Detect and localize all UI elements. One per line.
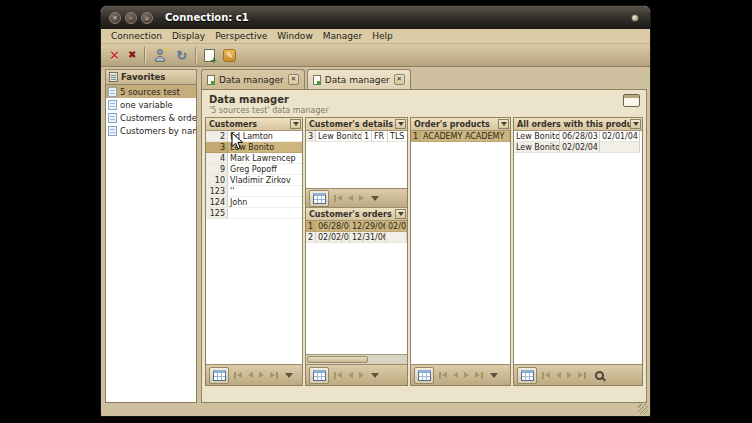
toolbar-overflow-button[interactable]	[285, 373, 293, 378]
record-navbar	[411, 364, 510, 385]
cell: 02/02/04	[560, 142, 600, 153]
next-record-button[interactable]	[463, 371, 470, 379]
horizontal-scrollbar[interactable]	[306, 354, 407, 364]
search-icon[interactable]	[595, 371, 604, 380]
sidebar-item-one-variable[interactable]: one variable	[106, 98, 196, 111]
first-record-button[interactable]	[541, 371, 551, 380]
table-row-selected[interactable]: 1 ACADEMY ACADEMY	[411, 131, 510, 142]
prev-record-button[interactable]	[347, 371, 354, 379]
sidebar-item-label: 5 sources test	[120, 87, 180, 97]
cell: Lew Bonito	[316, 131, 362, 142]
table-view-button[interactable]	[209, 367, 229, 384]
panels-area: Customers 2 Ed Lamton 3 Lew Bonito 4 Mar…	[205, 117, 643, 386]
titlebar[interactable]: ✕ − ▫ Connection: c1	[101, 6, 650, 29]
table-row-selected[interactable]: 3 Lew Bonito	[206, 142, 302, 153]
table-view-button[interactable]	[309, 190, 329, 207]
cell-id: 123	[206, 186, 228, 197]
cell-id: 125	[206, 208, 228, 219]
window-close-button[interactable]: ✕	[109, 12, 121, 24]
source-icon	[108, 126, 117, 136]
window-menu-icon[interactable]	[631, 14, 639, 22]
sidebar-item-5-sources-test[interactable]: 5 sources test	[106, 85, 196, 98]
resize-grip[interactable]	[638, 404, 648, 414]
panel-all-orders: All orders with this product Lew Bonito …	[513, 117, 643, 386]
tab-data-manager-1[interactable]: Data manager ✕	[201, 69, 305, 89]
prev-record-button[interactable]	[452, 371, 459, 379]
first-record-button[interactable]	[333, 371, 343, 380]
toolbar-overflow-button[interactable]	[371, 196, 379, 201]
column-menu-button[interactable]	[395, 209, 406, 219]
cell: Lew Bonito	[514, 142, 560, 153]
table-row[interactable]: Lew Bonito 02/02/04	[514, 142, 642, 153]
table-row[interactable]: 9 Greg Popoff	[206, 164, 302, 175]
tab-close-icon[interactable]: ✕	[394, 74, 405, 85]
table-view-button[interactable]	[517, 367, 537, 384]
table-row[interactable]: 2 Ed Lamton	[206, 131, 302, 142]
next-record-button[interactable]	[566, 371, 573, 379]
last-record-button[interactable]	[269, 371, 279, 380]
next-record-button[interactable]	[358, 371, 365, 379]
cell: ACADEMY ACADEMY	[421, 131, 510, 142]
toolbar-overflow-button[interactable]	[371, 373, 379, 378]
cell: 1	[306, 221, 316, 232]
panel-header: Customers	[206, 118, 302, 131]
table-row[interactable]: 2 02/02/04 12/31/06	[306, 232, 407, 243]
menu-help[interactable]: Help	[367, 31, 398, 41]
refresh-icon[interactable]: ↻	[176, 49, 187, 62]
window-maximize-button[interactable]: ▫	[141, 12, 153, 24]
scrollbar-thumb[interactable]	[307, 356, 368, 363]
record-navbar	[514, 364, 642, 385]
table-grid-icon	[313, 370, 326, 381]
favorites-header: Favorites	[105, 69, 197, 85]
menu-window[interactable]: Window	[272, 31, 318, 41]
toolbar-overflow-button[interactable]	[490, 373, 498, 378]
user-icon[interactable]: ✦	[153, 48, 168, 63]
table-row[interactable]: 123 ''	[206, 186, 302, 197]
next-record-button[interactable]	[358, 194, 365, 202]
column-menu-button[interactable]	[395, 119, 406, 129]
first-record-button[interactable]	[233, 371, 243, 380]
first-record-button[interactable]	[438, 371, 448, 380]
sidebar-item-customers-by-name[interactable]: Customers by nam	[106, 124, 196, 137]
column-menu-button[interactable]	[498, 119, 509, 129]
last-record-button[interactable]	[474, 371, 484, 380]
delete-icon[interactable]: ✖	[128, 50, 136, 60]
new-file-icon[interactable]: +	[204, 49, 215, 62]
disconnect-icon[interactable]: ✕	[109, 49, 120, 62]
table-view-button[interactable]	[309, 367, 329, 384]
window-minimize-button[interactable]: −	[125, 12, 137, 24]
panel-customer-details: Customer's details 3 Lew Bonito 1 FR TLS	[305, 117, 408, 386]
table-row[interactable]: 10 Vladimir Zirkov	[206, 175, 302, 186]
table-row[interactable]: 3 Lew Bonito 1 FR TLS	[306, 131, 407, 142]
panel-title: Customers	[209, 120, 257, 129]
menu-manager[interactable]: Manager	[318, 31, 367, 41]
view-window-icon[interactable]	[623, 94, 640, 107]
prev-record-button[interactable]	[247, 371, 254, 379]
last-record-button[interactable]	[577, 371, 587, 380]
table-row[interactable]: 124 John	[206, 197, 302, 208]
column-menu-button[interactable]	[630, 119, 641, 129]
table-row[interactable]: Lew Bonito 06/28/03 02/01/04	[514, 131, 642, 142]
toolbar-separator	[144, 47, 145, 63]
column-menu-button[interactable]	[290, 119, 301, 129]
prev-record-button[interactable]	[347, 194, 354, 202]
first-record-button[interactable]	[333, 194, 343, 203]
table-row[interactable]: 125	[206, 208, 302, 219]
table-row-selected[interactable]: 1 06/28/03 12/29/06 02/0	[306, 221, 407, 232]
record-navbar	[306, 364, 407, 385]
edit-icon[interactable]: ✎	[223, 49, 236, 62]
cell: 02/02/04	[316, 232, 350, 243]
menu-perspective[interactable]: Perspective	[210, 31, 272, 41]
tab-close-icon[interactable]: ✕	[288, 74, 299, 85]
tab-data-manager-2[interactable]: Data manager ✕	[307, 69, 411, 89]
cell: Lew Bonito	[514, 131, 560, 142]
main-toolbar: ✕ ✖ ✦ ↻ + ✎	[101, 44, 650, 67]
table-row[interactable]: 4 Mark Lawrencep	[206, 153, 302, 164]
table-view-button[interactable]	[414, 367, 434, 384]
sidebar-item-customers-orders[interactable]: Customers & order	[106, 111, 196, 124]
prev-record-button[interactable]	[555, 371, 562, 379]
menu-connection[interactable]: Connection	[106, 31, 167, 41]
customers-table: 2 Ed Lamton 3 Lew Bonito 4 Mark Lawrence…	[206, 131, 302, 364]
next-record-button[interactable]	[258, 371, 265, 379]
menu-display[interactable]: Display	[167, 31, 210, 41]
